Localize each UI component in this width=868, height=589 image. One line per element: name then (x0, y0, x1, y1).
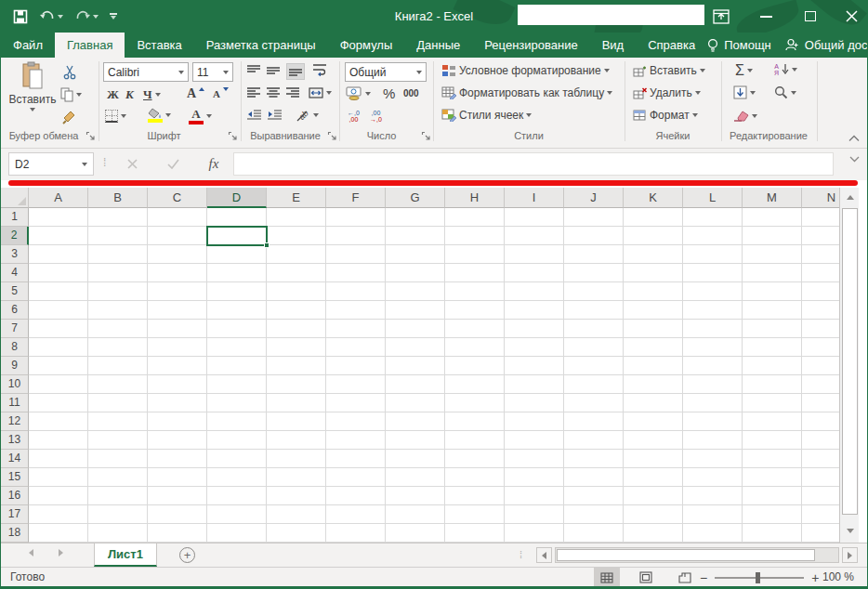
cell-M6[interactable] (743, 301, 802, 320)
cell-I17[interactable] (505, 505, 564, 524)
cell-C16[interactable] (148, 487, 207, 505)
cell-F6[interactable] (326, 301, 386, 320)
cell-J4[interactable] (564, 264, 624, 282)
horizontal-scroll-thumb[interactable] (557, 549, 815, 561)
cell-B16[interactable] (88, 487, 148, 505)
cell-H10[interactable] (445, 375, 505, 394)
merge-center-button[interactable] (309, 87, 332, 98)
comma-style-button[interactable]: 000 (403, 88, 419, 98)
scroll-down-button[interactable] (842, 523, 858, 539)
cell-E11[interactable] (267, 394, 326, 412)
cell-H3[interactable] (445, 245, 505, 264)
tab-formulas[interactable]: Формулы (328, 33, 405, 58)
column-header-K[interactable]: K (624, 188, 683, 208)
cell-E9[interactable] (267, 357, 326, 375)
column-header-M[interactable]: M (743, 188, 802, 208)
cell-B1[interactable] (88, 208, 148, 227)
cell-C9[interactable] (148, 357, 207, 375)
cell-A10[interactable] (29, 375, 88, 394)
format-painter-button[interactable] (62, 110, 77, 124)
cell-B9[interactable] (88, 357, 148, 375)
cell-A4[interactable] (29, 264, 88, 282)
cell-styles-button[interactable]: Стили ячеек (441, 109, 532, 122)
cell-N3[interactable] (802, 245, 839, 264)
cell-D14[interactable] (207, 450, 267, 468)
cell-I9[interactable] (505, 357, 564, 375)
next-sheet-button[interactable] (59, 549, 63, 556)
cell-K6[interactable] (624, 301, 683, 320)
cell-J8[interactable] (564, 338, 624, 357)
cell-F1[interactable] (326, 208, 386, 227)
tab-data[interactable]: Данные (404, 33, 472, 58)
cell-G7[interactable] (386, 320, 445, 338)
cell-L18[interactable] (683, 524, 743, 543)
expand-formula-bar-button[interactable] (849, 156, 860, 163)
minimize-button[interactable] (750, 0, 782, 33)
cell-C2[interactable] (148, 227, 207, 245)
cell-D3[interactable] (207, 245, 267, 264)
cell-G6[interactable] (386, 301, 445, 320)
fill-button[interactable] (733, 85, 756, 99)
cell-F14[interactable] (326, 450, 386, 468)
cell-M10[interactable] (743, 375, 802, 394)
cell-J6[interactable] (564, 301, 624, 320)
cell-K15[interactable] (624, 468, 683, 487)
column-header-H[interactable]: H (445, 188, 505, 208)
cell-C17[interactable] (148, 505, 207, 524)
cell-I14[interactable] (505, 450, 564, 468)
cell-E7[interactable] (267, 320, 326, 338)
cell-C6[interactable] (148, 301, 207, 320)
cell-M4[interactable] (743, 264, 802, 282)
cell-N16[interactable] (802, 487, 839, 505)
cell-C7[interactable] (148, 320, 207, 338)
zoom-level[interactable]: 100 % (822, 568, 854, 587)
cell-L16[interactable] (683, 487, 743, 505)
normal-view-button[interactable] (594, 568, 620, 587)
column-header-G[interactable]: G (386, 188, 445, 208)
cell-E16[interactable] (267, 487, 326, 505)
column-header-E[interactable]: E (267, 188, 326, 208)
cell-L17[interactable] (683, 505, 743, 524)
cell-L14[interactable] (683, 450, 743, 468)
cell-M7[interactable] (743, 320, 802, 338)
cell-B17[interactable] (88, 505, 148, 524)
cell-B13[interactable] (88, 431, 148, 450)
cell-L2[interactable] (683, 227, 743, 245)
cell-C8[interactable] (148, 338, 207, 357)
cell-A17[interactable] (29, 505, 88, 524)
row-header-9[interactable]: 9 (1, 357, 29, 375)
cell-M13[interactable] (743, 431, 802, 450)
cell-J17[interactable] (564, 505, 624, 524)
cell-B14[interactable] (88, 450, 148, 468)
cell-H9[interactable] (445, 357, 505, 375)
format-as-table-button[interactable]: Форматировать как таблицу (441, 86, 612, 99)
cell-D10[interactable] (207, 375, 267, 394)
previous-sheet-button[interactable] (29, 549, 33, 556)
cell-C13[interactable] (148, 431, 207, 450)
cell-I1[interactable] (505, 208, 564, 227)
cell-M5[interactable] (743, 282, 802, 301)
cell-G1[interactable] (386, 208, 445, 227)
cell-H8[interactable] (445, 338, 505, 357)
cell-A9[interactable] (29, 357, 88, 375)
cell-K9[interactable] (624, 357, 683, 375)
cell-G10[interactable] (386, 375, 445, 394)
cell-E13[interactable] (267, 431, 326, 450)
cell-C3[interactable] (148, 245, 207, 264)
cell-N5[interactable] (802, 282, 839, 301)
borders-button[interactable] (105, 110, 126, 123)
cell-M8[interactable] (743, 338, 802, 357)
cell-C18[interactable] (148, 524, 207, 543)
cell-J15[interactable] (564, 468, 624, 487)
cell-G8[interactable] (386, 338, 445, 357)
sheet-tab-list1[interactable]: Лист1 (94, 543, 157, 567)
align-left-button[interactable] (247, 87, 260, 98)
cell-D7[interactable] (207, 320, 267, 338)
cell-M18[interactable] (743, 524, 802, 543)
cell-K18[interactable] (624, 524, 683, 543)
cell-K2[interactable] (624, 227, 683, 245)
row-header-7[interactable]: 7 (1, 320, 29, 338)
cell-D17[interactable] (207, 505, 267, 524)
cell-N13[interactable] (802, 431, 839, 450)
cell-I16[interactable] (505, 487, 564, 505)
